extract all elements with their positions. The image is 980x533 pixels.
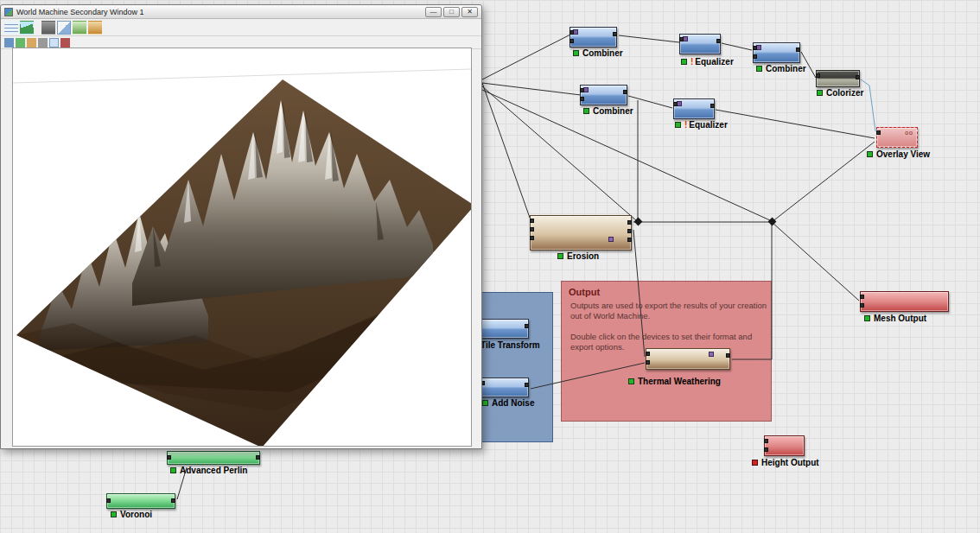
wire xyxy=(628,96,672,108)
maximize-button[interactable]: □ xyxy=(443,7,460,17)
output-port[interactable] xyxy=(716,39,721,43)
camera-home-icon[interactable] xyxy=(41,21,55,35)
node-combiner-1[interactable] xyxy=(570,27,617,48)
device-led xyxy=(756,66,762,72)
node-mesh-output[interactable] xyxy=(860,291,949,312)
water-toggle-icon[interactable] xyxy=(60,38,70,48)
zoom-tool-icon[interactable] xyxy=(38,38,48,48)
group-title: Output xyxy=(562,282,771,299)
input-port[interactable] xyxy=(106,498,111,503)
rotate-tool-icon[interactable] xyxy=(27,38,36,48)
output-port[interactable] xyxy=(796,48,800,52)
output-port[interactable] xyxy=(525,324,529,328)
node-label: Erosion xyxy=(567,251,599,261)
wire xyxy=(619,35,679,42)
view-dots: oo xyxy=(905,130,913,136)
input-port[interactable] xyxy=(570,39,574,43)
node-combiner-2[interactable] xyxy=(753,42,800,63)
device-led xyxy=(482,400,488,406)
output-port[interactable] xyxy=(256,455,260,460)
output-port[interactable] xyxy=(710,104,715,108)
warning-mark: ! xyxy=(684,120,687,130)
output-port[interactable] xyxy=(627,238,632,242)
input-port[interactable] xyxy=(673,102,678,106)
input-port[interactable] xyxy=(530,236,534,240)
input-port[interactable] xyxy=(646,352,650,356)
input-port[interactable] xyxy=(580,88,584,92)
secondary-window[interactable]: World Machine Secondary Window 1 — □ ✕ xyxy=(0,4,482,449)
wire xyxy=(482,35,570,79)
input-port[interactable] xyxy=(816,73,820,78)
node-label: Tile Transform xyxy=(480,340,540,350)
input-port[interactable] xyxy=(876,130,881,135)
node-equalizer-1[interactable] xyxy=(679,34,721,54)
output-port[interactable] xyxy=(726,353,730,358)
output-port[interactable] xyxy=(856,75,860,79)
input-port[interactable] xyxy=(764,447,768,452)
node-erosion[interactable] xyxy=(530,215,632,251)
device-led xyxy=(864,315,870,321)
device-led xyxy=(752,460,758,466)
output-port[interactable] xyxy=(613,32,617,36)
input-port[interactable] xyxy=(753,46,757,50)
input-port[interactable] xyxy=(679,37,684,41)
device-led xyxy=(573,50,579,56)
node-equalizer-2[interactable] xyxy=(673,98,715,119)
node-voronoi[interactable] xyxy=(106,493,175,509)
output-port[interactable] xyxy=(623,90,627,94)
texture-overlay-icon[interactable] xyxy=(73,21,86,35)
terrain-3d-viewport[interactable] xyxy=(12,48,472,447)
wire xyxy=(772,142,875,222)
terrain-3d-view-icon[interactable] xyxy=(20,21,34,35)
grid-view-icon[interactable] xyxy=(4,21,18,35)
display-mode-icon[interactable] xyxy=(57,21,71,35)
output-port[interactable] xyxy=(627,220,632,225)
input-port[interactable] xyxy=(646,360,650,365)
input-port[interactable] xyxy=(167,455,171,460)
node-label: Equalizer xyxy=(689,120,727,130)
device-icon xyxy=(709,352,714,357)
input-port[interactable] xyxy=(530,219,534,223)
node-label: Colorizer xyxy=(826,88,863,98)
device-led xyxy=(817,90,823,96)
node-label: Add Noise xyxy=(492,398,534,408)
node-colorizer[interactable] xyxy=(816,70,860,87)
device-led xyxy=(111,511,117,517)
close-button[interactable]: ✕ xyxy=(461,7,478,17)
node-overlay-view[interactable]: oo xyxy=(876,127,918,148)
input-port[interactable] xyxy=(764,439,768,443)
window-titlebar[interactable]: World Machine Secondary Window 1 — □ ✕ xyxy=(1,5,481,19)
device-icon xyxy=(608,237,614,242)
node-add-noise[interactable] xyxy=(480,378,529,397)
input-port[interactable] xyxy=(580,97,584,101)
node-thermal-weathering[interactable] xyxy=(646,348,730,370)
wire xyxy=(772,222,859,301)
node-combiner-3[interactable] xyxy=(580,85,627,105)
wire xyxy=(722,43,752,50)
group-description-1: Outputs are used to export the results o… xyxy=(562,299,778,323)
window-title: World Machine Secondary Window 1 xyxy=(16,8,423,16)
input-port[interactable] xyxy=(860,295,864,299)
move-tool-icon[interactable] xyxy=(16,38,25,48)
node-height-output[interactable] xyxy=(764,435,805,456)
output-port[interactable] xyxy=(525,383,529,387)
device-led xyxy=(628,378,634,384)
node-label: Height Output xyxy=(761,458,819,467)
node-label: Equalizer xyxy=(695,57,733,67)
select-tool-icon[interactable] xyxy=(4,38,14,48)
input-port[interactable] xyxy=(570,30,574,35)
wire-junction xyxy=(768,218,777,226)
input-port[interactable] xyxy=(860,303,864,308)
output-port[interactable] xyxy=(627,229,632,233)
wire xyxy=(716,110,875,138)
minimize-button[interactable]: — xyxy=(425,7,442,17)
wire xyxy=(861,79,875,131)
input-port[interactable] xyxy=(753,54,757,59)
input-port[interactable] xyxy=(530,227,534,232)
node-advanced-perlin[interactable] xyxy=(167,451,260,465)
terrain-render xyxy=(13,48,471,446)
output-port[interactable] xyxy=(171,498,175,503)
render-options-icon[interactable] xyxy=(88,21,102,35)
node-label: Thermal Weathering xyxy=(638,377,721,386)
lighting-toggle-icon[interactable] xyxy=(49,38,59,48)
